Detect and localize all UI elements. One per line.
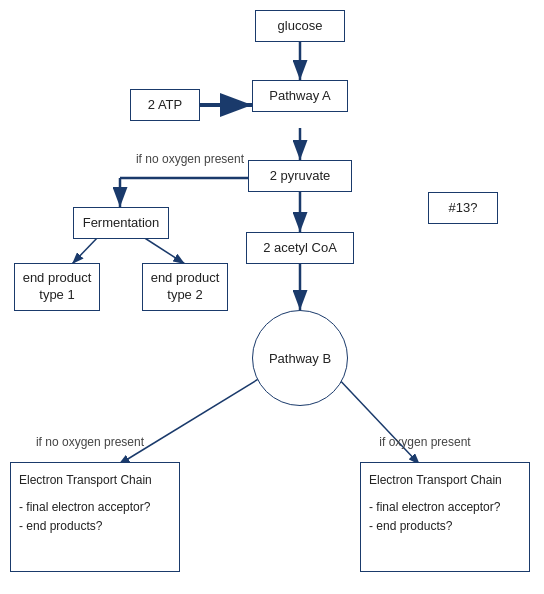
end-product-2-box: end product type 2 — [142, 263, 228, 311]
acetyl-coa-box: 2 acetyl CoA — [246, 232, 354, 264]
svg-line-11 — [118, 375, 265, 465]
if-oxygen-label: if oxygen present — [355, 435, 495, 449]
question13-box: #13? — [428, 192, 498, 224]
etc-right-box: Electron Transport Chain - final electro… — [360, 462, 530, 572]
end-product-1-box: end product type 1 — [14, 263, 100, 311]
if-no-oxygen-label-2: if no oxygen present — [20, 435, 160, 449]
svg-line-8 — [140, 235, 185, 264]
pathway-b-circle: Pathway B — [252, 310, 348, 406]
if-no-oxygen-label-1: if no oxygen present — [130, 152, 250, 166]
diagram: glucose Pathway A 2 ATP 2 pyruvate if no… — [0, 0, 544, 594]
glucose-box: glucose — [255, 10, 345, 42]
etc-left-box: Electron Transport Chain - final electro… — [10, 462, 180, 572]
atp2-box: 2 ATP — [130, 89, 200, 121]
svg-line-12 — [335, 375, 420, 465]
fermentation-box: Fermentation — [73, 207, 169, 239]
pyruvate-box: 2 pyruvate — [248, 160, 352, 192]
svg-line-7 — [72, 235, 100, 264]
pathway-a-box: Pathway A — [252, 80, 348, 112]
